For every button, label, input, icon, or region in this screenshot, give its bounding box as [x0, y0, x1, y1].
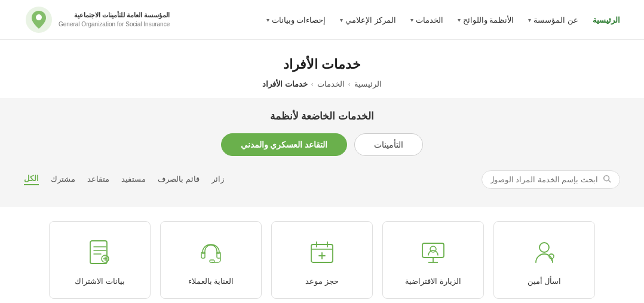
filter-section: الخدمات الخاضعة لأنظمة التأمينات التقاعد…: [0, 98, 644, 207]
page-title: خدمات الأفراد: [0, 57, 644, 72]
cat-tab-visitor[interactable]: زائر: [211, 175, 224, 185]
card-virtual-visit-label: الزيارة الافتراضية: [405, 277, 461, 286]
chevron-down-icon: ▾: [410, 17, 413, 23]
nav-item-services[interactable]: الخدمات ▾: [410, 16, 443, 25]
tab-military[interactable]: التقاعد العسكري والمدني: [221, 133, 348, 156]
main-nav: الرئيسية عن المؤسسة ▾ الأنظمة واللوائح ▾…: [266, 16, 621, 25]
search-icon: [603, 175, 611, 185]
doc-list-icon: [84, 237, 115, 268]
svg-point-4: [539, 243, 549, 252]
chevron-down-icon: ▾: [528, 17, 531, 23]
chevron-down-icon: ▾: [266, 17, 269, 23]
search-box: [482, 170, 620, 189]
nav-item-regulations[interactable]: الأنظمة واللوائح ▾: [458, 16, 514, 25]
calendar-plus-icon: [306, 237, 338, 268]
page-header: خدمات الأفراد الرئيسية › الخدمات › خدمات…: [0, 40, 644, 98]
filter-row: زائر قائم بالصرف مستفيد متقاعد مشترك الك…: [24, 170, 620, 189]
card-subscription-data[interactable]: بيانات الاشتراك: [49, 221, 151, 299]
card-customer-care[interactable]: العناية بالعملاء: [160, 221, 262, 299]
cat-tab-retiree[interactable]: متقاعد: [87, 175, 109, 185]
breadcrumb-sep-2: ›: [311, 80, 314, 88]
person-screen-icon: [418, 237, 449, 268]
card-virtual-visit[interactable]: الزيارة الافتراضية: [382, 221, 484, 299]
cat-tab-all[interactable]: الكل: [24, 174, 39, 185]
person-headset-icon: [529, 237, 560, 268]
cards-section: اسأل أمين الزيارة الافتراضية: [0, 207, 644, 303]
breadcrumb: الرئيسية › الخدمات › خدمات الأفراد: [0, 79, 644, 88]
brand-name-en: General Organization for Social Insuranc…: [59, 20, 170, 29]
main-header: الرئيسية عن المؤسسة ▾ الأنظمة واللوائح ▾…: [0, 0, 644, 40]
nav-item-media[interactable]: المركز الإعلامي ▾: [340, 16, 396, 25]
card-book-appointment[interactable]: حجز موعد: [271, 221, 373, 299]
breadcrumb-services[interactable]: الخدمات: [317, 79, 345, 88]
nav-item-statistics[interactable]: إحصاءات وبيانات ▾: [266, 16, 326, 25]
card-subscription-data-label: بيانات الاشتراك: [75, 277, 125, 286]
brand-name-ar: المؤسسة العامة للتأمينات الاجتماعية: [59, 11, 170, 20]
tab-insurance[interactable]: التأمينات: [354, 133, 423, 156]
svg-line-3: [609, 180, 611, 183]
cards-grid: اسأل أمين الزيارة الافتراضية: [24, 221, 620, 303]
svg-rect-19: [90, 241, 107, 264]
nav-item-about[interactable]: عن المؤسسة ▾: [528, 16, 578, 25]
chevron-down-icon: ▾: [458, 17, 461, 23]
search-input[interactable]: [490, 175, 598, 184]
brand-logo: المؤسسة العامة للتأمينات الاجتماعية Gene…: [24, 5, 170, 35]
breadcrumb-current: خدمات الأفراد: [262, 79, 308, 88]
cat-tab-subscriber[interactable]: مشترك: [51, 175, 75, 185]
card-ask-amin[interactable]: اسأل أمين: [493, 221, 595, 299]
breadcrumb-home[interactable]: الرئيسية: [354, 79, 382, 88]
filter-section-title: الخدمات الخاضعة لأنظمة: [24, 110, 620, 123]
system-tabs: التأمينات التقاعد العسكري والمدني: [24, 133, 620, 156]
card-ask-amin-label: اسأل أمين: [528, 277, 562, 286]
svg-rect-18: [210, 260, 214, 262]
category-tabs: زائر قائم بالصرف مستفيد متقاعد مشترك الك…: [24, 174, 224, 185]
card-book-appointment-label: حجز موعد: [305, 277, 339, 286]
cat-tab-beneficiary[interactable]: مستفيد: [121, 175, 146, 185]
breadcrumb-sep-1: ›: [348, 80, 351, 88]
svg-point-1: [36, 14, 42, 20]
nav-item-home[interactable]: الرئيسية: [593, 16, 620, 25]
headset-tray-icon: [195, 237, 226, 268]
chevron-down-icon: ▾: [340, 17, 343, 23]
card-customer-care-label: العناية بالعملاء: [188, 277, 234, 286]
svg-point-2: [604, 176, 609, 181]
cat-tab-payroll[interactable]: قائم بالصرف: [158, 175, 200, 185]
brand-logo-icon: [24, 5, 54, 35]
